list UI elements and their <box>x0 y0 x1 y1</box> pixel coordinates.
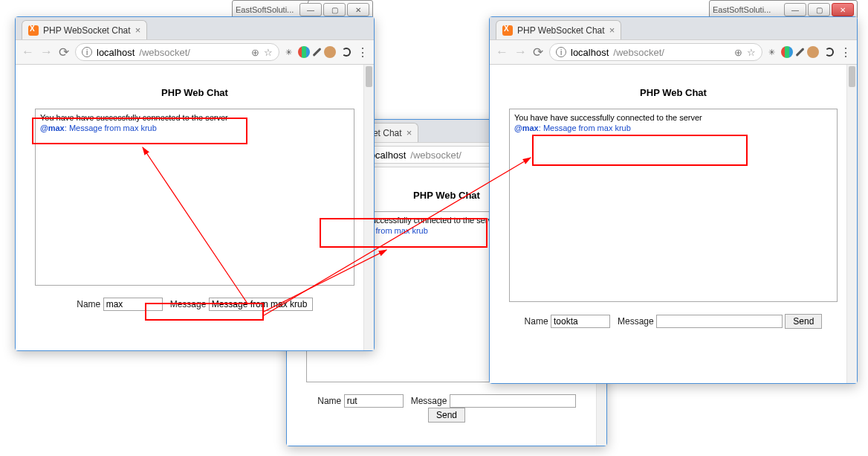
ext-icon[interactable] <box>312 48 321 57</box>
ext-icon[interactable] <box>298 46 310 58</box>
annotation-box <box>532 135 748 166</box>
xampp-icon <box>502 25 513 36</box>
star-icon[interactable]: ☆ <box>264 47 273 58</box>
url-host: localhost <box>97 47 135 58</box>
titlebar-label: EastSoftSoluti... <box>713 5 771 14</box>
tab-close-icon[interactable]: × <box>407 127 412 138</box>
send-button[interactable]: Send <box>428 408 465 423</box>
ext-icon[interactable] <box>795 48 804 57</box>
chat-form: Name Message Send <box>306 394 587 423</box>
message-label: Message <box>411 396 447 406</box>
zoom-icon[interactable]: ⊕ <box>734 47 742 58</box>
scrollbar[interactable] <box>363 65 374 350</box>
annotation-box <box>32 118 247 144</box>
address-bar: ← → ⟳ i localhost/websocket/ ⊕ ☆ ✳ ⋮ <box>490 39 857 65</box>
browser-menu-icon[interactable]: ⋮ <box>357 45 368 60</box>
forward-button[interactable]: → <box>40 45 53 60</box>
tab-close-icon[interactable]: × <box>609 25 615 36</box>
reload-button[interactable]: ⟳ <box>533 45 543 60</box>
back-button[interactable]: ← <box>22 45 34 60</box>
omnibox[interactable]: i localhost/websocket/ ⊕ ☆ <box>549 43 762 61</box>
ext-icon[interactable] <box>342 48 351 57</box>
ext-icon[interactable] <box>324 46 336 58</box>
page-title: PHP Web Chat <box>509 87 838 98</box>
url-host: localhost <box>571 47 609 58</box>
browser-tab[interactable]: PHP WebSocket Chat × <box>22 20 147 39</box>
page-title: PHP Web Chat <box>35 87 354 98</box>
status-message: You have have successfully connected to … <box>514 112 832 123</box>
name-label: Name <box>525 316 548 327</box>
titlebar-label: EastSoftSoluti... <box>236 5 294 14</box>
zoom-icon[interactable]: ⊕ <box>251 47 259 58</box>
chat-form: Name Message Send <box>509 314 838 329</box>
omnibox[interactable]: i localhost/websocket/ ⊕ ☆ <box>75 43 279 61</box>
site-info-icon[interactable]: i <box>82 47 92 57</box>
url-path: /websocket/ <box>410 150 461 161</box>
browser-window-3: PHP WebSocket Chat × ← → ⟳ i localhost/w… <box>489 16 858 384</box>
browser-window-1: PHP WebSocket Chat × ← → ⟳ i localhost/w… <box>15 16 375 351</box>
star-icon[interactable]: ☆ <box>747 47 756 58</box>
message-input[interactable] <box>656 315 783 328</box>
tab-close-icon[interactable]: × <box>135 25 141 36</box>
ext-icon[interactable] <box>781 46 793 58</box>
xampp-icon <box>28 25 39 36</box>
back-button[interactable]: ← <box>496 45 508 60</box>
os-close-button[interactable]: ✕ <box>347 3 369 16</box>
annotation-box <box>320 218 488 248</box>
ext-icon[interactable] <box>825 48 834 57</box>
reload-button[interactable]: ⟳ <box>59 45 69 60</box>
chat-message: @max: Message from max krub <box>514 123 832 133</box>
name-label: Name <box>77 299 100 309</box>
site-info-icon[interactable]: i <box>556 47 566 57</box>
annotation-box <box>145 303 264 321</box>
address-bar: ← → ⟳ i localhost/websocket/ ⊕ ☆ ✳ ⋮ <box>16 39 374 65</box>
message-input[interactable] <box>450 394 576 408</box>
tab-title: PHP WebSocket Chat <box>517 25 605 36</box>
os-close-button[interactable]: ✕ <box>832 3 854 16</box>
name-input[interactable] <box>344 394 404 408</box>
extensions: ✳ <box>285 46 351 58</box>
page-content: PHP Web Chat You have have successfully … <box>490 65 857 383</box>
name-input[interactable] <box>551 315 610 328</box>
browser-tab[interactable]: PHP WebSocket Chat × <box>496 20 621 39</box>
tab-title: PHP WebSocket Chat <box>43 25 131 36</box>
os-max-button[interactable]: ▢ <box>323 3 346 16</box>
send-button[interactable]: Send <box>785 314 822 329</box>
url-path: /websocket/ <box>613 47 664 58</box>
os-min-button[interactable]: — <box>299 3 322 16</box>
scrollbar[interactable] <box>846 65 857 383</box>
forward-button[interactable]: → <box>514 45 527 60</box>
tabstrip: PHP WebSocket Chat × <box>16 17 374 39</box>
scrollbar-thumb[interactable] <box>849 66 855 87</box>
message-label: Message <box>618 316 654 327</box>
os-min-button[interactable]: — <box>784 3 806 16</box>
url-path: /websocket/ <box>139 47 190 58</box>
name-label: Name <box>317 396 341 406</box>
browser-menu-icon[interactable]: ⋮ <box>840 45 851 60</box>
ext-icon[interactable] <box>807 46 819 58</box>
tabstrip: PHP WebSocket Chat × <box>490 17 857 39</box>
extensions: ✳ <box>768 46 834 58</box>
scrollbar-thumb[interactable] <box>366 66 372 87</box>
os-max-button[interactable]: ▢ <box>808 3 830 16</box>
